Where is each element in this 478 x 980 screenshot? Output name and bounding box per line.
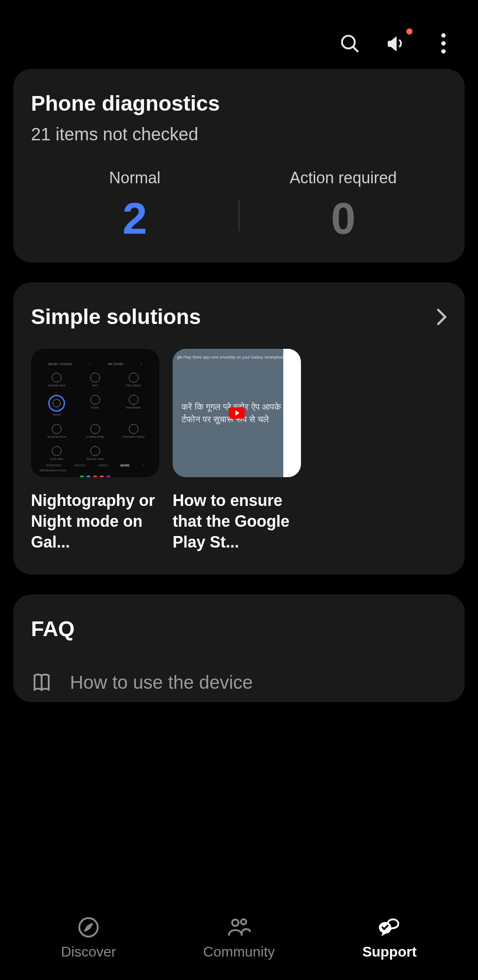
diagnostics-subtitle: 21 items not checked bbox=[31, 124, 447, 144]
compass-icon bbox=[77, 916, 100, 938]
stat-normal-value: 2 bbox=[31, 196, 239, 240]
svg-marker-6 bbox=[85, 923, 93, 931]
diagnostics-title: Phone diagnostics bbox=[31, 91, 447, 116]
solutions-card: Simple solutions BIXBY VISION›AR ZONE› E… bbox=[13, 282, 465, 575]
solution-thumb-2: gle Play Store app runs smoothly on your… bbox=[173, 349, 301, 477]
stat-normal-label: Normal bbox=[31, 169, 239, 187]
svg-point-3 bbox=[441, 41, 446, 46]
megaphone-button[interactable] bbox=[384, 31, 409, 56]
svg-point-8 bbox=[241, 919, 247, 924]
stat-action-value: 0 bbox=[239, 196, 447, 240]
stat-normal[interactable]: Normal 2 bbox=[31, 169, 239, 240]
notification-dot bbox=[406, 28, 412, 35]
search-icon bbox=[339, 33, 360, 54]
nav-community-label: Community bbox=[203, 944, 275, 960]
nav-community[interactable]: Community bbox=[164, 916, 314, 960]
nav-support[interactable]: Support bbox=[314, 916, 465, 960]
svg-point-7 bbox=[232, 919, 239, 926]
bottom-nav: Discover Community Support bbox=[0, 905, 478, 980]
stat-action-label: Action required bbox=[239, 169, 447, 187]
diagnostics-stats: Normal 2 Action required 0 bbox=[31, 169, 447, 240]
solution-item-2[interactable]: gle Play Store app runs smoothly on your… bbox=[173, 349, 301, 552]
svg-point-2 bbox=[441, 33, 446, 38]
solutions-title: Simple solutions bbox=[31, 305, 201, 329]
solutions-row[interactable]: BIXBY VISION›AR ZONE› EXPERT RAW PRO PRO… bbox=[31, 349, 447, 552]
faq-title: FAQ bbox=[31, 617, 447, 641]
nav-discover[interactable]: Discover bbox=[13, 916, 164, 960]
main-content: Phone diagnostics 21 items not checked N… bbox=[0, 69, 478, 702]
svg-point-4 bbox=[441, 49, 446, 54]
solution-title-2: How to ensure that the Google Play St... bbox=[173, 490, 301, 552]
faq-item-1[interactable]: How to use the device bbox=[31, 672, 447, 693]
nav-support-label: Support bbox=[362, 944, 417, 960]
solution-thumb-1: BIXBY VISION›AR ZONE› EXPERT RAW PRO PRO… bbox=[31, 349, 159, 477]
solution-item-1[interactable]: BIXBY VISION›AR ZONE› EXPERT RAW PRO PRO… bbox=[31, 349, 159, 552]
diagnostics-card[interactable]: Phone diagnostics 21 items not checked N… bbox=[13, 69, 465, 262]
megaphone-icon bbox=[386, 33, 407, 54]
chevron-right-icon bbox=[436, 308, 447, 326]
svg-point-0 bbox=[342, 36, 355, 49]
solution-title-1: Nightography or Night mode on Gal... bbox=[31, 490, 159, 552]
faq-item-1-text: How to use the device bbox=[70, 672, 253, 693]
stat-action[interactable]: Action required 0 bbox=[239, 169, 447, 240]
search-button[interactable] bbox=[337, 31, 362, 56]
people-icon bbox=[227, 916, 251, 938]
support-icon bbox=[378, 916, 401, 938]
more-button[interactable] bbox=[431, 31, 456, 56]
book-icon bbox=[31, 672, 52, 693]
svg-line-1 bbox=[353, 47, 358, 52]
more-vertical-icon bbox=[441, 33, 446, 54]
play-icon bbox=[229, 407, 245, 419]
top-bar bbox=[0, 0, 478, 69]
nav-discover-label: Discover bbox=[61, 944, 116, 960]
faq-card: FAQ How to use the device bbox=[13, 594, 465, 702]
solutions-header[interactable]: Simple solutions bbox=[31, 305, 447, 329]
